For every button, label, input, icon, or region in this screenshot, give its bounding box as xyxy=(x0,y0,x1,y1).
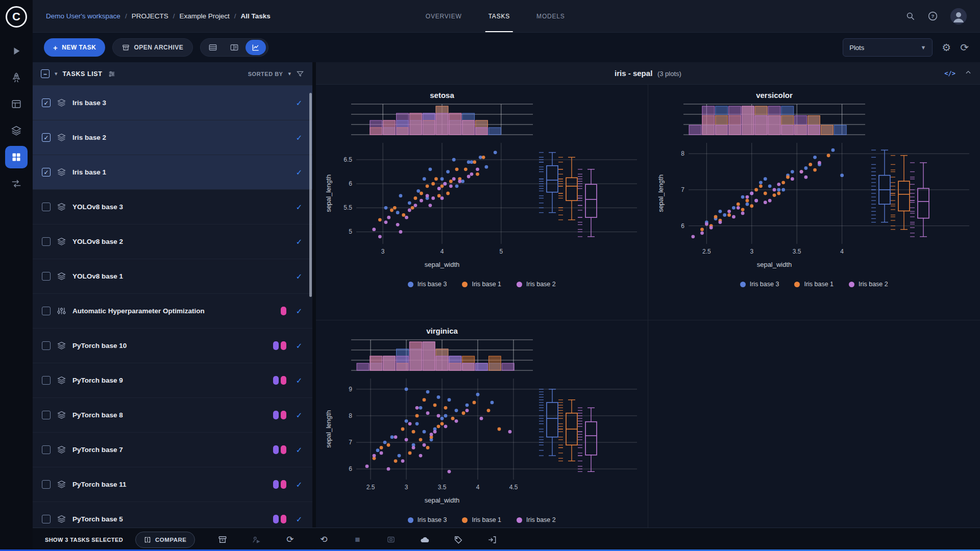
task-row[interactable]: Automatic Hyperparameter Optimization✓ xyxy=(33,294,312,329)
svg-text:5.5: 5.5 xyxy=(344,204,352,211)
new-task-button[interactable]: + NEW TASK xyxy=(44,38,105,57)
task-row[interactable]: PyTorch base 10✓ xyxy=(33,329,312,363)
chart-svg: versicolor2.533.54678sepal_widthsepal_le… xyxy=(656,90,972,280)
task-checkbox[interactable]: ✓ xyxy=(42,98,51,107)
compare-button[interactable]: COMPARE xyxy=(135,532,195,548)
table-view-icon[interactable] xyxy=(203,40,223,55)
task-tag xyxy=(273,515,279,523)
legend-item[interactable]: Iris base 2 xyxy=(517,516,556,523)
task-type-icon xyxy=(57,237,66,246)
breadcrumb-project[interactable]: Example Project xyxy=(179,12,229,20)
legend-item[interactable]: Iris base 1 xyxy=(462,516,501,523)
clearml-logo[interactable]: C xyxy=(6,6,27,28)
auto-refresh-icon[interactable]: ⟳ xyxy=(960,41,969,54)
task-tags xyxy=(273,411,286,419)
legend-item[interactable]: Iris base 3 xyxy=(740,281,779,288)
tasks-list-title: TASKS LIST xyxy=(63,70,103,78)
task-checkbox[interactable] xyxy=(42,341,51,350)
gear-icon[interactable]: ⚙ xyxy=(942,41,951,54)
task-row[interactable]: YOLOv8 base 2✓ xyxy=(33,224,312,259)
chart-legend: Iris base 3Iris base 1Iris base 2 xyxy=(320,516,644,523)
pipelines-icon[interactable] xyxy=(5,172,28,195)
task-checkbox[interactable]: ✓ xyxy=(42,133,51,142)
task-tags xyxy=(281,307,286,315)
breadcrumb-projects[interactable]: PROJECTS xyxy=(132,12,168,20)
tab-overview[interactable]: OVERVIEW xyxy=(426,0,462,32)
task-checkbox[interactable]: ✓ xyxy=(42,168,51,177)
task-row[interactable]: ✓Iris base 3✓ xyxy=(33,86,312,120)
filter-icon[interactable] xyxy=(296,70,304,78)
task-checkbox[interactable] xyxy=(42,445,51,454)
svg-text:setosa: setosa xyxy=(430,91,454,99)
task-row[interactable]: PyTorch base 9✓ xyxy=(33,363,312,398)
legend-item[interactable]: Iris base 2 xyxy=(849,281,888,288)
task-name: PyTorch base 5 xyxy=(72,515,266,523)
svg-text:sepal_width: sepal_width xyxy=(756,261,792,268)
task-checkbox[interactable] xyxy=(42,307,51,315)
task-row[interactable]: ✓Iris base 2✓ xyxy=(33,120,312,155)
chart-virginica[interactable]: virginica2.533.544.56789sepal_widthsepal… xyxy=(320,325,644,515)
tasks-scrollbar[interactable] xyxy=(309,93,312,297)
archive-icon[interactable] xyxy=(216,534,229,546)
help-icon[interactable]: ? xyxy=(927,11,938,21)
chart-cell-setosa: setosa34555.566.5sepal_widthsepal_length… xyxy=(316,85,648,320)
search-icon[interactable] xyxy=(905,11,915,21)
task-checkbox[interactable] xyxy=(42,411,51,419)
datasets-icon[interactable] xyxy=(5,119,28,142)
column-settings-icon[interactable] xyxy=(108,70,116,78)
avatar[interactable] xyxy=(950,8,967,24)
publish-cloud-icon[interactable] xyxy=(419,534,431,546)
tags-icon[interactable] xyxy=(452,534,464,546)
open-archive-button[interactable]: OPEN ARCHIVE xyxy=(112,38,193,57)
move-to-icon[interactable] xyxy=(486,534,498,546)
task-checkbox[interactable] xyxy=(42,272,51,281)
dashboard-icon[interactable] xyxy=(5,93,28,115)
tab-models[interactable]: MODELS xyxy=(536,0,565,32)
task-row[interactable]: PyTorch base 5✓ xyxy=(33,502,312,528)
split-view-icon[interactable] xyxy=(224,40,244,55)
reset-icon[interactable]: ⟲ xyxy=(317,534,330,546)
breadcrumb-all-tasks[interactable]: All Tasks xyxy=(240,12,270,20)
redo-icon[interactable]: ⟳ xyxy=(284,534,296,546)
code-icon[interactable]: </> xyxy=(944,70,955,77)
status-completed-icon: ✓ xyxy=(293,445,305,455)
chart-setosa[interactable]: setosa34555.566.5sepal_widthsepal_length xyxy=(320,90,644,280)
chevron-down-icon[interactable]: ▾ xyxy=(55,70,58,77)
task-tag xyxy=(281,445,286,454)
chevron-down-icon[interactable]: ▾ xyxy=(288,70,291,77)
task-checkbox[interactable] xyxy=(42,480,51,489)
task-row[interactable]: PyTorch base 8✓ xyxy=(33,398,312,433)
task-row[interactable]: YOLOv8 base 1✓ xyxy=(33,259,312,294)
legend-item[interactable]: Iris base 2 xyxy=(517,281,556,288)
legend-item[interactable]: Iris base 3 xyxy=(408,516,447,523)
collapse-icon[interactable] xyxy=(965,69,972,78)
task-row[interactable]: PyTorch base 11✓ xyxy=(33,467,312,502)
chart-versicolor[interactable]: versicolor2.533.54678sepal_widthsepal_le… xyxy=(652,90,976,280)
task-row[interactable]: PyTorch base 7✓ xyxy=(33,433,312,467)
projects-icon[interactable] xyxy=(5,146,28,168)
legend-item[interactable]: Iris base 3 xyxy=(408,281,447,288)
select-all-checkbox[interactable]: – xyxy=(41,69,50,78)
svg-text:6.5: 6.5 xyxy=(344,156,352,163)
task-checkbox[interactable] xyxy=(42,376,51,385)
task-checkbox[interactable] xyxy=(42,237,51,246)
task-tags xyxy=(273,376,286,385)
chart-svg: setosa34555.566.5sepal_widthsepal_length xyxy=(324,90,640,280)
apps-icon[interactable] xyxy=(5,40,28,62)
chart-view-icon[interactable] xyxy=(246,40,266,55)
sorted-by-button[interactable]: SORTED BY xyxy=(248,71,283,77)
task-row[interactable]: ✓Iris base 1✓ xyxy=(33,155,312,190)
task-name: PyTorch base 10 xyxy=(72,342,266,349)
legend-item[interactable]: Iris base 1 xyxy=(794,281,834,288)
task-checkbox[interactable] xyxy=(42,203,51,211)
tab-tasks[interactable]: TASKS xyxy=(488,0,510,32)
task-checkbox[interactable] xyxy=(42,515,51,523)
metric-variant-select[interactable]: Plots ▼ xyxy=(843,38,933,57)
svg-text:7: 7 xyxy=(349,439,352,446)
breadcrumb-workspace[interactable]: Demo User's workspace xyxy=(46,12,120,20)
legend-item[interactable]: Iris base 1 xyxy=(462,281,501,288)
rocket-icon[interactable] xyxy=(5,66,28,89)
task-row[interactable]: YOLOv8 base 3✓ xyxy=(33,190,312,224)
svg-text:6: 6 xyxy=(349,465,352,472)
svg-text:3: 3 xyxy=(750,248,753,255)
